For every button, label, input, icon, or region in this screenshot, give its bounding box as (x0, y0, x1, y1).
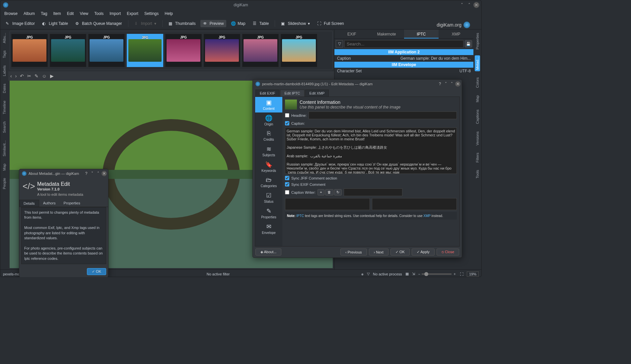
category-item[interactable]: 🌐Origin (255, 112, 282, 128)
xmp-link[interactable]: XMP (423, 214, 431, 218)
about-tab[interactable]: Details (19, 200, 39, 207)
menu-item[interactable]: Browse (4, 11, 18, 16)
minimize-icon[interactable]: ˅ (459, 2, 465, 8)
sidebar-tab[interactable]: Versions (475, 130, 480, 147)
category-item[interactable]: ⎘Credits (255, 128, 282, 143)
sidebar-tab[interactable]: Colors (475, 76, 480, 89)
help-icon[interactable]: ? (437, 81, 443, 87)
import-button[interactable]: ⇩Import▾ (132, 20, 159, 27)
close-icon[interactable]: ✕ (455, 81, 460, 87)
sidebar-tab[interactable]: Tools (475, 169, 480, 180)
filter-icon[interactable]: ▽ (336, 40, 343, 47)
close-button[interactable]: ⦸ Close (437, 249, 459, 255)
rotate-left-icon[interactable]: ↶ (20, 73, 24, 79)
menu-item[interactable]: Item (53, 11, 61, 16)
category-item[interactable]: 🔖Keywords (255, 159, 282, 175)
sidebar-tab[interactable]: Metad... (475, 55, 480, 71)
metadata-row[interactable]: Character SetUTF-8 (334, 68, 473, 74)
menu-item[interactable]: Album (24, 11, 35, 16)
face-icon[interactable]: ☺ (42, 73, 46, 79)
collapse-icon[interactable]: ⇲ (412, 272, 415, 276)
caption-writer-checkbox[interactable] (285, 190, 289, 194)
ok-button[interactable]: ✓ OK (390, 249, 410, 255)
about-tab[interactable]: Authors (39, 200, 60, 207)
sidebar-tab[interactable]: Filters (475, 151, 480, 164)
close-icon[interactable]: ✕ (473, 2, 479, 8)
menu-item[interactable]: Tools (94, 11, 104, 16)
menu-item[interactable]: Tag (41, 11, 47, 16)
sidebar-tab[interactable]: Search (2, 120, 7, 134)
metadata-group[interactable]: IIM Envelope (334, 62, 473, 68)
fullscreen-button[interactable]: ⛶Full Screen (315, 20, 347, 27)
about-button[interactable]: ◈ About... (255, 249, 281, 255)
about-tab[interactable]: Properties (60, 200, 84, 207)
thumbnail[interactable]: JPG (88, 34, 125, 67)
chevron-up-icon[interactable]: ˄ (449, 81, 455, 87)
writer-list-2[interactable] (372, 198, 457, 210)
thumbnails-button[interactable]: ▦Thumbnails (166, 20, 198, 27)
writer-list-1[interactable] (285, 198, 370, 210)
sidebar-tab[interactable]: Albu... (2, 32, 7, 44)
maximize-icon[interactable]: ˄ (466, 2, 472, 8)
sidebar-tab[interactable]: Timeline (2, 99, 7, 115)
delete-button[interactable]: 🗑 (325, 189, 333, 195)
thumbnail[interactable]: JPG (204, 34, 240, 67)
category-item[interactable]: ≋Subjects (255, 143, 282, 159)
caption-checkbox[interactable] (285, 121, 289, 125)
menu-item[interactable]: Help (165, 11, 173, 16)
light-table-button[interactable]: ◐Light Table (39, 20, 71, 27)
table-button[interactable]: ☰Table (250, 20, 272, 27)
category-item[interactable]: ✉Envelope (255, 221, 282, 237)
add-button[interactable]: + (317, 189, 324, 195)
bqm-button[interactable]: ⚙Batch Queue Manager (73, 20, 125, 27)
forward-icon[interactable]: › (15, 73, 17, 79)
caption-textarea[interactable]: German sample: Der du von dem Himmel bis… (285, 127, 457, 174)
help-icon[interactable]: ? (84, 171, 89, 176)
sync-jfif-checkbox[interactable] (285, 176, 289, 180)
thumbnail[interactable]: JPG (165, 34, 202, 67)
play-icon[interactable]: ▶ (50, 73, 54, 79)
refresh-button[interactable]: ↻ (334, 189, 342, 195)
thumbnail[interactable]: JPG (281, 34, 317, 67)
menu-item[interactable]: Import (109, 11, 121, 16)
close-icon[interactable]: ✕ (102, 171, 107, 176)
image-editor-button[interactable]: ✎Image Editor (3, 20, 37, 27)
sidebar-tab[interactable]: Dates (2, 82, 7, 95)
caption-writer-input[interactable] (344, 188, 402, 196)
menu-item[interactable]: View (80, 11, 88, 16)
slideshow-button[interactable]: ▣Slideshow▾ (278, 20, 313, 27)
chevron-up-icon[interactable]: ˄ (96, 171, 101, 176)
sidebar-tab[interactable]: Tags (2, 49, 7, 59)
grid-icon[interactable]: ▦ (405, 272, 409, 276)
zoom-control[interactable]: − ＋ (418, 271, 456, 276)
zoom-slider[interactable] (422, 273, 452, 275)
save-icon[interactable]: 💾 (465, 40, 472, 47)
ok-button[interactable]: ✓ OK (87, 268, 106, 275)
tag-icon[interactable]: ✎ (35, 73, 38, 79)
zoom-value[interactable]: 19% (467, 271, 479, 277)
headline-input[interactable] (309, 111, 457, 119)
metadata-tab[interactable]: Makernote (369, 30, 404, 38)
metadata-tab[interactable]: XMP (439, 30, 473, 38)
map-button[interactable]: 🌐Map (228, 20, 248, 27)
metadata-group[interactable]: IIM Application 2 (334, 49, 473, 55)
menu-item[interactable]: Edit (67, 11, 74, 16)
zoom-out-icon[interactable]: − (418, 272, 420, 276)
menu-item[interactable]: Settings (144, 11, 159, 16)
sidebar-tab[interactable]: Map (2, 162, 7, 172)
menu-item[interactable]: Export (127, 11, 138, 16)
sidebar-tab[interactable]: Labels (2, 64, 7, 77)
funnel-icon[interactable]: ⎈ (361, 272, 364, 276)
thumbnail[interactable]: JPG (50, 34, 86, 67)
category-item[interactable]: ✎Properties (255, 205, 282, 221)
apply-button[interactable]: ✓ Apply (412, 249, 435, 255)
thumbnail[interactable]: JPG (127, 34, 163, 67)
thumbnail[interactable]: JPG (11, 34, 48, 67)
category-item[interactable]: ☑Status (255, 190, 282, 205)
iptc-link[interactable]: IPTC (296, 214, 304, 218)
chevron-down-icon[interactable]: ˅ (90, 171, 95, 176)
next-button[interactable]: › Next (369, 249, 388, 255)
crop-icon[interactable]: ✂ (27, 73, 31, 79)
edit-tab[interactable]: Edit IPTC (280, 90, 304, 97)
metadata-row[interactable]: CaptionGerman sample: Der du von dem Him… (334, 55, 473, 62)
